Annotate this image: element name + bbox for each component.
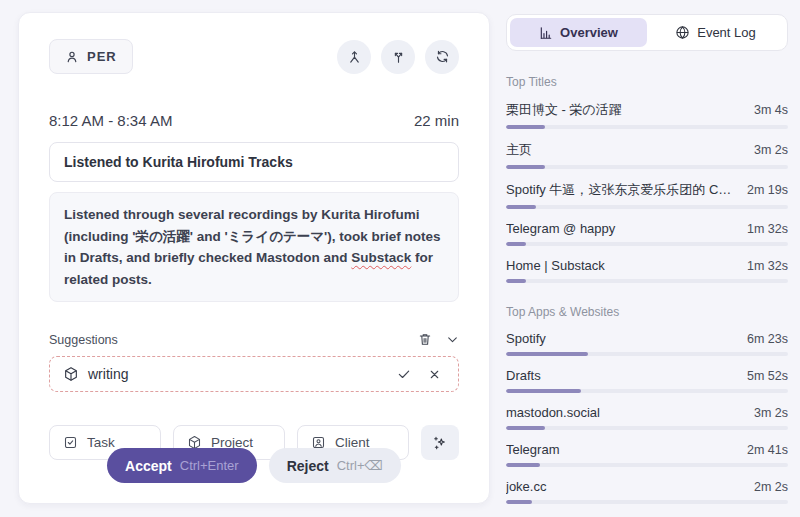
cta-row: Accept Ctrl+Enter Reject Ctrl+⌫ xyxy=(19,448,489,483)
stat-progress-track xyxy=(506,500,788,504)
top-titles-header: Top Titles xyxy=(506,75,788,89)
stat-progress-fill xyxy=(506,165,545,169)
card-actions xyxy=(337,40,459,74)
tab-event-log-label: Event Log xyxy=(697,25,756,40)
stat-progress-fill xyxy=(506,352,588,356)
time-row: 8:12 AM - 8:34 AM 22 min xyxy=(49,112,459,129)
refresh-icon xyxy=(435,49,450,64)
accept-shortcut: Ctrl+Enter xyxy=(180,458,239,473)
category-badge[interactable]: PER xyxy=(49,39,133,74)
stat-progress-fill xyxy=(506,205,536,209)
stat-progress-fill xyxy=(506,279,526,283)
suggestion-label: writing xyxy=(88,366,384,382)
top-apps-section: Top Apps & Websites Spotify 6m 23s Draft… xyxy=(506,305,788,504)
globe-icon xyxy=(675,25,690,40)
stat-label: 主页 xyxy=(506,141,744,159)
suggestion-accept-button[interactable] xyxy=(393,365,415,383)
stats-panel: Overview Event Log Top Titles 栗田博文 - 栄の活… xyxy=(506,14,788,517)
stat-duration: 1m 32s xyxy=(747,259,788,273)
split-button[interactable] xyxy=(381,40,415,74)
stat-progress-fill xyxy=(506,125,545,129)
reject-shortcut: Ctrl+⌫ xyxy=(337,458,383,473)
suggestions-header: Suggestions xyxy=(49,332,459,347)
stat-progress-track xyxy=(506,279,788,283)
stat-duration: 1m 32s xyxy=(747,222,788,236)
chevron-down-icon[interactable] xyxy=(446,333,459,346)
stat-row[interactable]: Telegram @ happy 1m 32s xyxy=(506,221,788,246)
tab-event-log[interactable]: Event Log xyxy=(647,18,784,47)
stat-row[interactable]: Spotify 牛逼，这张东京爱乐乐团的 CD，演奏... 2m 19s xyxy=(506,181,788,209)
top-titles-section: Top Titles 栗田博文 - 栄の活躍 3m 4s 主页 3m 2s Sp… xyxy=(506,75,788,283)
stat-label: mastodon.social xyxy=(506,405,744,420)
trash-icon[interactable] xyxy=(418,332,432,347)
stat-label: Spotify 牛逼，这张东京爱乐乐团的 CD，演奏... xyxy=(506,181,737,199)
stat-label: Home | Substack xyxy=(506,258,737,273)
stat-row[interactable]: Telegram 2m 41s xyxy=(506,442,788,467)
stat-duration: 3m 2s xyxy=(754,143,788,157)
accept-button[interactable]: Accept Ctrl+Enter xyxy=(107,448,257,483)
stat-label: Drafts xyxy=(506,368,737,383)
check-icon xyxy=(397,367,411,381)
stat-progress-track xyxy=(506,205,788,209)
reject-button[interactable]: Reject Ctrl+⌫ xyxy=(269,448,401,483)
stat-row[interactable]: Spotify 6m 23s xyxy=(506,331,788,356)
time-range: 8:12 AM - 8:34 AM xyxy=(49,112,172,129)
stat-progress-fill xyxy=(506,463,540,467)
close-icon xyxy=(428,368,441,381)
suggestion-dismiss-button[interactable] xyxy=(424,366,445,383)
suggestion-item[interactable]: writing xyxy=(49,356,459,392)
bar-chart-icon xyxy=(539,26,553,40)
duration-value: 22 min xyxy=(414,112,459,129)
tab-overview-label: Overview xyxy=(560,25,618,40)
card-header: PER xyxy=(49,39,459,74)
accept-button-label: Accept xyxy=(125,458,172,474)
stat-progress-fill xyxy=(506,426,545,430)
stat-duration: 2m 19s xyxy=(747,183,788,197)
stat-row[interactable]: mastodon.social 3m 2s xyxy=(506,405,788,430)
stat-row[interactable]: Home | Substack 1m 32s xyxy=(506,258,788,283)
stat-progress-fill xyxy=(506,500,532,504)
stat-duration: 5m 52s xyxy=(747,369,788,383)
stat-duration: 3m 4s xyxy=(754,103,788,117)
stat-progress-track xyxy=(506,426,788,430)
project-cube-icon xyxy=(63,366,79,382)
stat-row[interactable]: joke.cc 2m 2s xyxy=(506,479,788,504)
stat-label: Telegram @ happy xyxy=(506,221,737,236)
stat-progress-track xyxy=(506,242,788,246)
stat-row[interactable]: 栗田博文 - 栄の活躍 3m 4s xyxy=(506,101,788,129)
panel-tabs: Overview Event Log xyxy=(506,14,788,51)
stat-row[interactable]: 主页 3m 2s xyxy=(506,141,788,169)
stat-label: joke.cc xyxy=(506,479,744,494)
suggestions-label: Suggestions xyxy=(49,333,118,347)
stat-label: Telegram xyxy=(506,442,737,457)
description-misspelled-word: Substack xyxy=(351,250,411,265)
title-input[interactable]: Listened to Kurita Hirofumi Tracks xyxy=(49,142,459,182)
stat-progress-fill xyxy=(506,389,581,393)
top-apps-header: Top Apps & Websites xyxy=(506,305,788,319)
stat-progress-fill xyxy=(506,242,526,246)
tab-overview[interactable]: Overview xyxy=(510,18,647,47)
merge-button[interactable] xyxy=(337,40,371,74)
entry-card: PER xyxy=(18,12,490,504)
category-badge-label: PER xyxy=(87,49,117,64)
stat-label: Spotify xyxy=(506,331,737,346)
top-apps-list: Spotify 6m 23s Drafts 5m 52s mastodon.so… xyxy=(506,331,788,504)
top-titles-list: 栗田博文 - 栄の活躍 3m 4s 主页 3m 2s Spotify 牛逼，这张… xyxy=(506,101,788,283)
stat-duration: 2m 2s xyxy=(754,480,788,494)
stat-duration: 3m 2s xyxy=(754,406,788,420)
stat-row[interactable]: Drafts 5m 52s xyxy=(506,368,788,393)
split-icon xyxy=(391,49,406,64)
stat-label: 栗田博文 - 栄の活躍 xyxy=(506,101,744,119)
stat-progress-track xyxy=(506,463,788,467)
description-textarea[interactable]: Listened through several recordings by K… xyxy=(49,192,459,302)
merge-icon xyxy=(347,49,362,64)
stat-duration: 2m 41s xyxy=(747,443,788,457)
stat-progress-track xyxy=(506,165,788,169)
stat-progress-track xyxy=(506,352,788,356)
refresh-button[interactable] xyxy=(425,40,459,74)
person-icon xyxy=(65,50,79,64)
reject-button-label: Reject xyxy=(287,458,329,474)
stat-progress-track xyxy=(506,389,788,393)
stat-duration: 6m 23s xyxy=(747,332,788,346)
stat-progress-track xyxy=(506,125,788,129)
